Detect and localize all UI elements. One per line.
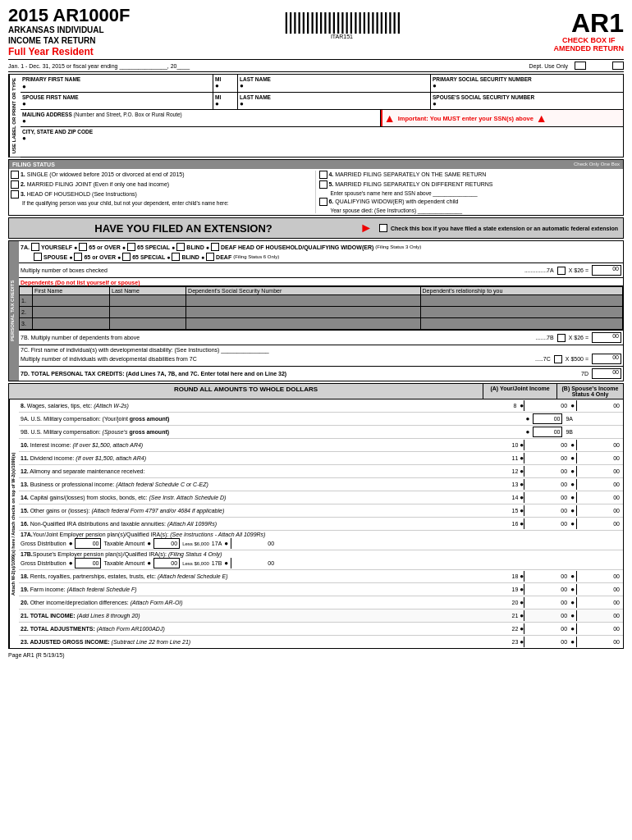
- row7d-total[interactable]: 00: [592, 368, 621, 379]
- checkbox-4[interactable]: [319, 171, 327, 179]
- mi-label: MI: [215, 76, 236, 82]
- extension-banner: HAVE YOU FILED AN EXTENSION? ► Check thi…: [8, 217, 624, 239]
- row7b-ref: .......7B: [535, 335, 553, 340]
- dep-row2-rel[interactable]: [420, 307, 622, 318]
- dep-row1-last[interactable]: [109, 295, 185, 307]
- row17b-taxable-label: Taxable Amount: [103, 560, 144, 566]
- dep-row2-last[interactable]: [109, 307, 185, 318]
- dep-row3-num: 3.: [20, 318, 33, 330]
- row8-val-a[interactable]: 00: [524, 400, 569, 411]
- row13-a[interactable]: 00: [524, 479, 569, 490]
- sixty5-over-checkbox[interactable]: [79, 243, 87, 251]
- row12-a[interactable]: 00: [524, 466, 569, 477]
- dep-row2-ssn[interactable]: [186, 307, 420, 318]
- row23-b[interactable]: 00: [576, 637, 621, 647]
- round-all-label: ROUND ALL AMOUNTS TO WHOLE DOLLARS: [9, 384, 483, 399]
- row7b-total[interactable]: 00: [592, 332, 621, 343]
- deaf-checkbox[interactable]: [211, 243, 219, 251]
- row18-b[interactable]: 00: [576, 571, 621, 582]
- row17a-taxable[interactable]: 00: [153, 538, 180, 549]
- row17a-gross[interactable]: 00: [75, 538, 101, 549]
- dept-use-box1: [575, 62, 586, 70]
- important-triangle: ▲: [384, 112, 396, 125]
- spouse-blind-checkbox[interactable]: [172, 253, 180, 261]
- dep-row3-rel[interactable]: [420, 318, 622, 330]
- spouse-sixty5-special-checkbox[interactable]: [122, 253, 131, 261]
- dot9: ●: [22, 117, 26, 125]
- row12-b[interactable]: 00: [576, 466, 621, 477]
- row21-b[interactable]: 00: [576, 610, 621, 621]
- dep-row1-first[interactable]: [33, 295, 110, 307]
- row18-a[interactable]: 00: [524, 571, 569, 582]
- row10-a[interactable]: 00: [524, 440, 569, 450]
- row-17b: 17B.Spouse's Employer pension plan(s)/Qu…: [19, 550, 623, 570]
- row-18: 18. Rents, royalties, partnerships, esta…: [19, 570, 623, 583]
- dep-row1-rel[interactable]: [420, 295, 622, 307]
- full-year-label: Full Year Resident: [8, 46, 130, 57]
- row11-a[interactable]: 00: [524, 453, 569, 463]
- row16-a[interactable]: 00: [524, 518, 569, 529]
- row17b-gross[interactable]: 00: [75, 558, 101, 568]
- filing-status-header: FILING STATUS: [9, 160, 570, 169]
- row22-a[interactable]: 00: [524, 623, 569, 634]
- dot8: ●: [433, 100, 437, 107]
- deaf-label: DEAF: [221, 244, 236, 250]
- checkbox-3[interactable]: [11, 190, 19, 199]
- row-20: 20. Other income/depreciation difference…: [19, 596, 623, 609]
- row23-a[interactable]: 00: [524, 637, 569, 647]
- row20-a[interactable]: 00: [524, 597, 569, 608]
- sixty5-special-checkbox[interactable]: [127, 243, 135, 251]
- row17b-taxable[interactable]: 00: [153, 558, 180, 568]
- row11-b[interactable]: 00: [576, 453, 621, 463]
- row9a-val[interactable]: 00: [533, 413, 562, 424]
- row16-b[interactable]: 00: [576, 518, 621, 529]
- row10-b[interactable]: 00: [576, 440, 621, 450]
- dot-sep8: ●: [201, 254, 204, 260]
- form-title: 2015 AR1000F: [8, 7, 130, 25]
- spouse-checkbox[interactable]: [34, 253, 42, 261]
- row-22: 22. TOTAL ADJUSTMENTS: (Attach Form AR10…: [19, 623, 623, 636]
- row7d-ref: 7D: [581, 371, 588, 377]
- checkbox-6[interactable]: [319, 198, 327, 206]
- row-17a: 17A.Your/Joint Employer pension plan(s)/…: [19, 531, 623, 550]
- spouse-sixty5-over-checkbox[interactable]: [74, 253, 82, 261]
- dep-row1-ssn[interactable]: [186, 295, 420, 307]
- blind-checkbox[interactable]: [176, 243, 185, 251]
- row7c-total[interactable]: 00: [592, 354, 621, 364]
- extension-checkbox[interactable]: [379, 224, 387, 232]
- checkbox-1[interactable]: [11, 171, 19, 179]
- filing-option-5: 5. MARRIED FILING SEPARATELY ON DIFFEREN…: [319, 180, 622, 189]
- multiply-ref: ..............7A: [524, 267, 554, 273]
- taxable-amt-label: Taxable Amount: [103, 541, 144, 546]
- row14-a[interactable]: 00: [524, 492, 569, 503]
- row15-a[interactable]: 00: [524, 505, 569, 516]
- dep-row3-first[interactable]: [33, 318, 110, 330]
- extension-check-text: Check this box if you have filed a state…: [391, 226, 618, 231]
- row8-val-b[interactable]: 00: [576, 400, 621, 411]
- row14-b[interactable]: 00: [576, 492, 621, 503]
- row-8: 8. Wages, salaries, tips, etc: (Attach W…: [19, 399, 623, 413]
- dep-row2-first[interactable]: [33, 307, 110, 318]
- checkbox-2[interactable]: [11, 180, 19, 189]
- row22-b[interactable]: 00: [576, 623, 621, 634]
- multiply-total[interactable]: 00: [592, 265, 621, 276]
- row21-a[interactable]: 00: [524, 610, 569, 621]
- row7a-label: 7A.: [21, 244, 30, 250]
- yourself-checkbox[interactable]: [31, 243, 39, 251]
- multiply-amount: X $26 =: [569, 267, 588, 273]
- blind-label: BLIND: [186, 244, 204, 250]
- row17a-val[interactable]: 00: [231, 538, 276, 549]
- row15-b[interactable]: 00: [576, 505, 621, 516]
- row17b-val[interactable]: 00: [231, 558, 276, 568]
- row19-b[interactable]: 00: [576, 584, 621, 595]
- row20-b[interactable]: 00: [576, 597, 621, 608]
- row13-b[interactable]: 00: [576, 479, 621, 490]
- filing-option-2: 2. MARRIED FILING JOINT (Even if only on…: [11, 180, 314, 189]
- row9b-val[interactable]: 00: [533, 427, 562, 437]
- dep-row3-ssn[interactable]: [186, 318, 420, 330]
- spouse-deaf-checkbox[interactable]: [206, 253, 214, 261]
- checkbox-5[interactable]: [319, 180, 327, 189]
- row19-a[interactable]: 00: [524, 584, 569, 595]
- dep-row3-last[interactable]: [109, 318, 185, 330]
- dot4: ●: [433, 82, 437, 89]
